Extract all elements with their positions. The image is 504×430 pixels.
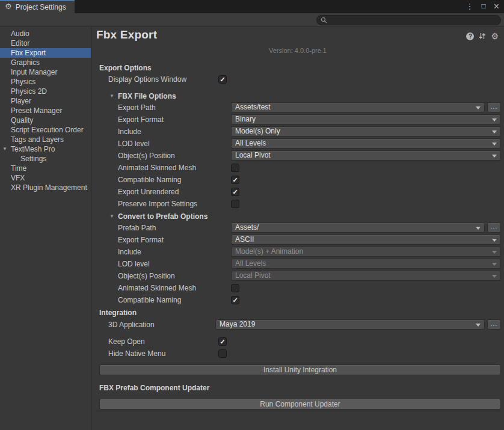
kebab-menu-icon[interactable]: ⋮ [466,0,473,13]
run-component-updater-button[interactable]: Run Component Updater [99,399,501,410]
field-label: Animated Skinned Mesh [118,164,196,172]
prefab-animated-skinned-mesh-checkbox[interactable] [231,284,239,292]
field-label: 3D Application [108,321,155,329]
chevron-down-icon [492,275,497,278]
chevron-down-icon [492,251,497,254]
3d-application-dropdown[interactable]: Maya 2019 [215,319,485,330]
chevron-down-icon [492,131,497,134]
field-label: Include [118,248,141,256]
sidebar-item-graphics[interactable]: Graphics [0,58,91,67]
sidebar-item-tags-and-layers[interactable]: Tags and Layers [0,135,91,144]
3d-application-browse-button[interactable]: ... [487,319,501,330]
objects-position-dropdown[interactable]: Local Pivot [231,150,501,161]
tab-project-settings[interactable]: ⚙ Project Settings [0,0,75,13]
sidebar-item-time[interactable]: Time [0,164,91,173]
animated-skinned-mesh-checkbox[interactable] [231,164,239,172]
sidebar-item-audio[interactable]: Audio [0,29,91,38]
sidebar-item-script-execution-order[interactable]: Script Execution Order [0,125,91,135]
chevron-down-icon [492,239,497,242]
hide-native-menu-checkbox[interactable] [218,349,227,358]
field-label: Include [118,127,141,136]
field-label: Display Options Window [108,75,186,84]
row-prefab-export-format: Export Format ASCII [91,235,504,247]
row-lod-level: LOD level All Levels [91,138,504,150]
dropdown-value: Local Pivot [235,151,491,160]
window-tab-bar: ⚙ Project Settings ⋮ □ × [0,0,504,13]
keep-open-checkbox[interactable] [218,337,227,346]
gear-icon[interactable]: ⚙ [491,32,499,40]
preserve-import-settings-checkbox[interactable] [231,200,239,208]
row-prefab-path: Prefab Path Assets/ ... [91,223,504,235]
sidebar-item-textmesh-pro[interactable]: ▼ TextMesh Pro [0,144,91,154]
field-label: Keep Open [108,337,145,346]
dropdown-value: ASCII [235,235,491,244]
prefab-path-dropdown[interactable]: Assets/ [231,223,485,233]
sidebar-item-vfx[interactable]: VFX [0,173,91,183]
dropdown-value: Assets/test [235,103,475,112]
row-prefab-animated-skinned-mesh: Animated Skinned Mesh [91,283,504,295]
chevron-down-icon [476,227,481,230]
sidebar-item-quality[interactable]: Quality [0,115,91,125]
settings-sidebar: Audio Editor Fbx Export Graphics Input M… [0,27,91,430]
export-path-dropdown[interactable]: Assets/test [231,102,485,112]
presets-icon[interactable] [479,32,486,40]
dropdown-value: Binary [235,115,491,124]
sidebar-item-xr-plugin-management[interactable]: XR Plugin Management [0,183,91,192]
row-export-unrendered: Export Unrendered [91,186,504,198]
sidebar-item-preset-manager[interactable]: Preset Manager [0,106,91,115]
dropdown-value: All Levels [235,259,491,268]
prefab-objects-position-dropdown: Local Pivot [231,271,501,281]
maximize-icon[interactable]: □ [481,0,485,13]
search-box[interactable] [316,15,501,25]
search-input[interactable] [330,16,497,25]
version-label: Version: 4.0.0-pre.1 [91,47,504,54]
install-unity-integration-button[interactable]: Install Unity Integration [99,364,501,375]
row-animated-skinned-mesh: Animated Skinned Mesh [91,162,504,174]
field-label: Compatible Naming [118,296,181,304]
export-unrendered-checkbox[interactable] [231,188,239,196]
sidebar-item-textmesh-settings[interactable]: Settings [0,154,91,164]
row-display-options-window: Display Options Window [91,74,504,86]
sidebar-item-fbx-export[interactable]: Fbx Export [0,48,91,58]
chevron-down-icon [492,155,497,158]
prefab-export-format-dropdown[interactable]: ASCII [231,235,501,245]
export-path-browse-button[interactable]: ... [487,102,501,112]
include-dropdown[interactable]: Model(s) Only [231,126,501,137]
row-objects-position: Object(s) Position Local Pivot [91,150,504,162]
sidebar-item-editor[interactable]: Editor [0,38,91,48]
export-format-dropdown[interactable]: Binary [231,114,501,124]
fbx-export-panel: Fbx Export ? ⚙ Version: 4.0.0-pre.1 Expo… [91,27,504,430]
close-icon[interactable]: × [494,0,499,13]
compatible-naming-checkbox[interactable] [231,176,239,184]
dropdown-value: Maya 2019 [220,320,475,329]
field-label: Object(s) Position [118,152,175,160]
foldout-fbx-file-options[interactable]: ▼ FBX File Options [91,91,504,103]
help-icon[interactable]: ? [466,32,474,40]
foldout-label: Convert to Prefab Options [118,212,207,221]
row-hide-native-menu: Hide Native Menu [91,348,504,360]
field-label: Export Format [118,236,164,244]
sidebar-item-physics[interactable]: Physics [0,77,91,87]
sidebar-item-input-manager[interactable]: Input Manager [0,67,91,77]
foldout-convert-to-prefab-options[interactable]: ▼ Convert to Prefab Options [91,211,504,223]
prefab-compatible-naming-checkbox[interactable] [231,296,239,304]
display-options-window-checkbox[interactable] [218,75,227,84]
row-compatible-naming: Compatible Naming [91,174,504,186]
tab-label: Project Settings [16,2,66,11]
row-include: Include Model(s) Only [91,126,504,138]
prefab-path-browse-button[interactable]: ... [487,223,501,233]
row-prefab-objects-position: Object(s) Position Local Pivot [91,271,504,283]
row-keep-open: Keep Open [91,336,504,348]
bottom-divider [96,411,500,411]
prefab-include-dropdown: Model(s) + Animation [231,247,501,257]
lod-level-dropdown[interactable]: All Levels [231,138,501,149]
foldout-arrow-icon[interactable]: ▼ [2,144,7,154]
sidebar-item-label: TextMesh Pro [11,145,55,153]
field-label: Animated Skinned Mesh [118,284,196,292]
prefab-lod-level-dropdown: All Levels [231,259,501,269]
sidebar-item-player[interactable]: Player [0,96,91,106]
sidebar-item-physics-2d[interactable]: Physics 2D [0,87,91,96]
section-export-options: Export Options [99,64,152,72]
section-integration: Integration [99,309,137,317]
foldout-arrow-icon: ▼ [109,93,114,99]
